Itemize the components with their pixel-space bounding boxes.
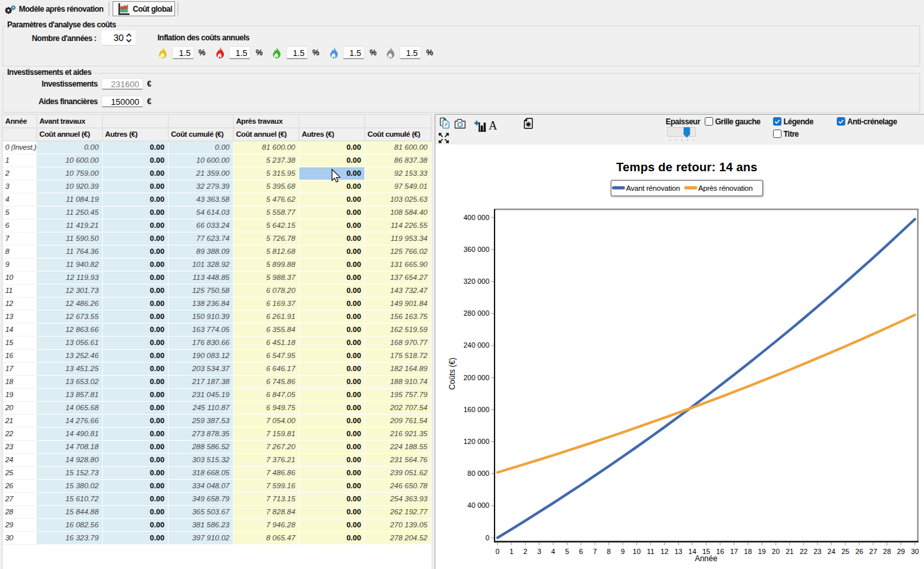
svg-text:160 000: 160 000 [463, 406, 489, 413]
svg-text:7: 7 [593, 548, 597, 555]
svg-text:280 000: 280 000 [463, 309, 489, 317]
svg-text:80 000: 80 000 [467, 469, 489, 477]
svg-text:11: 11 [647, 548, 654, 555]
svg-text:240 000: 240 000 [463, 341, 489, 349]
svg-text:21: 21 [785, 548, 793, 555]
svg-text:Coûts (€): Coûts (€) [448, 357, 457, 389]
svg-text:Année: Année [695, 554, 718, 563]
svg-text:0: 0 [485, 534, 489, 542]
svg-text:1: 1 [510, 548, 513, 555]
svg-text:360 000: 360 000 [463, 245, 489, 253]
svg-text:10: 10 [632, 548, 640, 555]
svg-text:19: 19 [758, 548, 766, 555]
svg-text:400 000: 400 000 [463, 214, 489, 221]
svg-text:25: 25 [841, 548, 849, 555]
svg-text:13: 13 [674, 548, 682, 555]
svg-text:16: 16 [716, 548, 724, 555]
svg-text:4: 4 [551, 548, 555, 555]
svg-text:22: 22 [800, 548, 808, 555]
svg-text:200 000: 200 000 [463, 374, 489, 382]
svg-text:18: 18 [744, 548, 752, 555]
svg-text:29: 29 [897, 548, 904, 555]
svg-text:20: 20 [772, 548, 780, 555]
svg-text:8: 8 [607, 548, 611, 555]
svg-text:26: 26 [855, 548, 863, 555]
svg-text:23: 23 [813, 548, 821, 555]
svg-text:120 000: 120 000 [463, 437, 489, 445]
svg-text:40 000: 40 000 [467, 501, 489, 509]
svg-text:Après rénovation: Après rénovation [698, 184, 753, 192]
svg-text:0: 0 [496, 548, 500, 555]
svg-text:3: 3 [537, 548, 541, 555]
svg-text:28: 28 [883, 548, 891, 555]
svg-text:17: 17 [730, 548, 738, 555]
svg-text:9: 9 [621, 548, 625, 555]
svg-text:2: 2 [523, 548, 527, 555]
svg-text:Temps de retour: 14 ans: Temps de retour: 14 ans [616, 160, 757, 174]
svg-text:6: 6 [579, 548, 583, 555]
svg-text:320 000: 320 000 [463, 277, 489, 285]
svg-text:5: 5 [565, 548, 569, 555]
svg-text:30: 30 [911, 548, 919, 555]
svg-text:24: 24 [828, 548, 836, 555]
svg-text:12: 12 [660, 548, 668, 555]
svg-text:27: 27 [869, 548, 877, 555]
svg-text:Avant rénovation: Avant rénovation [626, 184, 680, 192]
